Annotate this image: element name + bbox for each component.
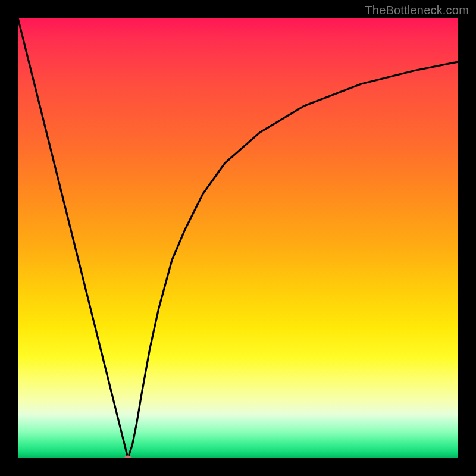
heat-gradient-background bbox=[18, 18, 458, 458]
minimum-marker bbox=[124, 456, 131, 459]
attribution-label: TheBottleneck.com bbox=[365, 4, 469, 17]
chart-frame: TheBottleneck.com bbox=[0, 0, 476, 476]
plot-area bbox=[18, 18, 458, 458]
